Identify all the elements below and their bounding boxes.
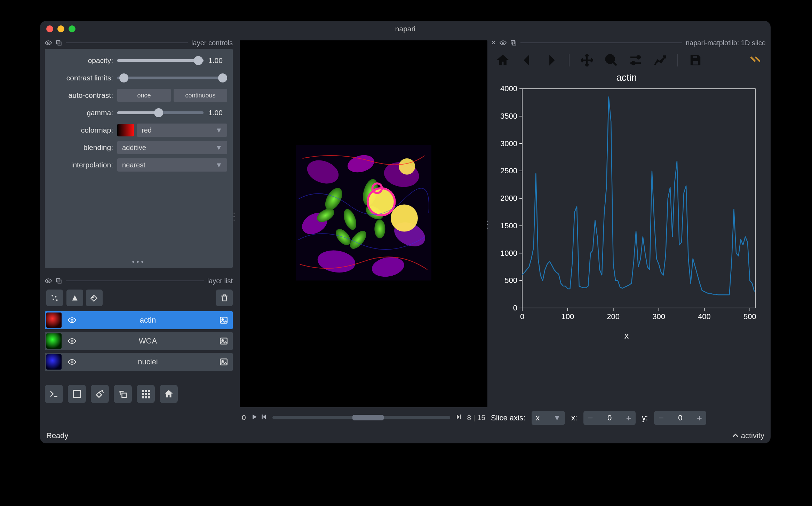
mpl-back-button[interactable] [519, 53, 535, 68]
mpl-pan-button[interactable] [579, 53, 595, 68]
more-dots-icon[interactable]: ••• [45, 258, 233, 266]
svg-rect-62 [522, 89, 755, 308]
plot-panel-title: napari-matplotlib: 1D slice [686, 39, 766, 47]
svg-point-3 [48, 280, 49, 282]
console-button[interactable] [45, 385, 63, 403]
blending-select[interactable]: additive ▼ [117, 141, 227, 154]
svg-text:4000: 4000 [500, 85, 517, 93]
svg-point-11 [71, 319, 73, 321]
layer-visibility-toggle[interactable] [63, 337, 81, 345]
new-points-layer-button[interactable] [46, 290, 63, 306]
auto-contrast-once-button[interactable]: once [117, 89, 171, 102]
dims-slider-row: 0 8 | 15 [240, 407, 487, 428]
slice-y-stepper[interactable]: − 0 + [654, 411, 706, 425]
drag-handle-icon[interactable]: ••• [233, 211, 235, 223]
ndisplay-2d-button[interactable] [68, 385, 86, 403]
layer-controls-header: layer controls [45, 37, 233, 49]
plus-icon[interactable]: + [622, 411, 636, 425]
svg-rect-56 [513, 42, 516, 45]
svg-point-57 [606, 55, 614, 63]
step-right-button[interactable] [455, 413, 462, 422]
svg-text:0: 0 [520, 312, 524, 321]
chevron-down-icon: ▼ [215, 161, 222, 169]
mpl-zoom-button[interactable] [604, 53, 619, 68]
svg-point-54 [502, 42, 504, 44]
svg-point-59 [632, 62, 635, 64]
opacity-value: 1.00 [208, 56, 227, 65]
dims-slider[interactable] [272, 416, 451, 419]
viewer-canvas[interactable] [240, 40, 487, 407]
new-labels-layer-button[interactable] [86, 290, 103, 306]
layer-row[interactable]: WGA [45, 332, 233, 350]
status-text: Ready [46, 431, 69, 440]
new-shapes-layer-button[interactable] [66, 290, 83, 306]
svg-text:1000: 1000 [500, 249, 517, 258]
svg-rect-5 [58, 280, 61, 283]
slice-y-value: 0 [668, 413, 692, 422]
auto-contrast-continuous-button[interactable]: continuous [174, 89, 227, 102]
svg-rect-25 [142, 393, 144, 395]
popout-icon[interactable] [55, 277, 62, 284]
layer-thumbnail [46, 333, 62, 349]
activity-button[interactable]: activity [732, 431, 764, 440]
svg-text:2500: 2500 [500, 166, 517, 175]
slice-x-stepper[interactable]: − 0 + [583, 411, 636, 425]
svg-rect-15 [220, 338, 227, 344]
svg-point-9 [56, 299, 57, 301]
layer-name: actin [81, 316, 215, 325]
colormap-select[interactable]: red ▼ [137, 124, 227, 137]
slice-axis-select[interactable]: x ▼ [532, 411, 565, 425]
chevron-down-icon: ▼ [553, 413, 561, 422]
step-left-button[interactable] [261, 413, 268, 422]
layer-visibility-toggle[interactable] [63, 358, 81, 366]
image-layer-icon [215, 337, 233, 346]
status-bar: Ready activity [40, 428, 771, 443]
layer-row[interactable]: actin [45, 311, 233, 329]
popout-icon[interactable] [55, 39, 62, 46]
line-chart[interactable]: 0500100015002000250030003500400001002003… [491, 85, 762, 329]
dims-counter: 8 | 15 [467, 413, 485, 422]
mpl-configure-button[interactable] [628, 53, 643, 68]
svg-rect-23 [145, 390, 147, 392]
eye-icon[interactable] [45, 39, 52, 46]
opacity-slider[interactable] [117, 59, 204, 62]
canvas-column: ••• [233, 37, 491, 428]
svg-point-8 [53, 299, 54, 300]
mpl-save-button[interactable] [688, 53, 703, 68]
svg-point-10 [92, 297, 93, 298]
mpl-edit-button[interactable] [652, 53, 668, 68]
blending-label: blending: [50, 143, 113, 152]
displayed-image [296, 145, 431, 280]
interpolation-label: interpolation: [50, 161, 113, 169]
drag-handle-icon[interactable]: ••• [487, 219, 488, 231]
mpl-home-button[interactable] [495, 53, 510, 68]
interpolation-select[interactable]: nearest ▼ [117, 158, 227, 172]
play-button[interactable] [251, 413, 258, 422]
close-panel-button[interactable]: ✕ [491, 39, 496, 47]
transpose-dims-button[interactable] [114, 385, 132, 403]
svg-rect-27 [148, 393, 150, 395]
gamma-slider[interactable] [117, 111, 204, 114]
minus-icon[interactable]: − [654, 411, 668, 425]
grid-view-button[interactable] [137, 385, 155, 403]
svg-point-6 [51, 295, 53, 296]
roll-dims-button[interactable] [91, 385, 109, 403]
svg-rect-55 [511, 40, 515, 44]
delete-layer-button[interactable] [216, 290, 233, 306]
plus-icon[interactable]: + [692, 411, 706, 425]
right-column: ••• ✕ napari-matplotlib: 1D slice [491, 37, 766, 428]
image-layer-icon [215, 357, 233, 366]
slice-axis-label: Slice axis: [491, 413, 525, 422]
minus-icon[interactable]: − [583, 411, 597, 425]
slice-x-label: x: [571, 413, 577, 422]
contrast-limits-slider[interactable] [117, 77, 227, 79]
titlebar: napari [40, 21, 771, 37]
eye-icon[interactable] [45, 277, 52, 284]
reset-view-button[interactable] [160, 385, 178, 403]
mpl-forward-button[interactable] [544, 53, 559, 68]
eye-icon[interactable] [500, 39, 507, 46]
mpl-expand-button[interactable] [748, 52, 762, 68]
layer-visibility-toggle[interactable] [63, 316, 81, 324]
layer-row[interactable]: nuclei [45, 353, 233, 371]
popout-icon[interactable] [510, 39, 517, 46]
